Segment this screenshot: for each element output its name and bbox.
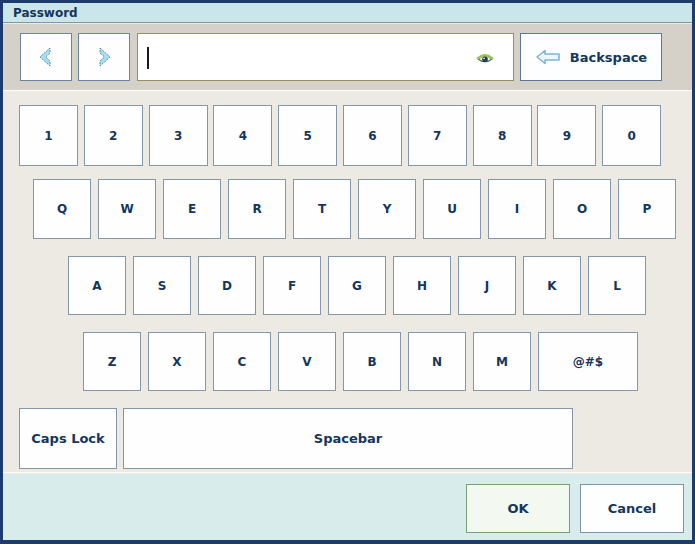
key-f[interactable]: F [263,256,321,315]
chevron-left-icon [37,46,55,68]
eye-icon[interactable] [476,52,494,65]
key-caps-lock[interactable]: Caps Lock [19,408,117,469]
titlebar: Password [3,3,692,23]
backspace-button[interactable]: Backspace [520,33,662,81]
key-2[interactable]: 2 [84,105,143,166]
key-6[interactable]: 6 [343,105,402,166]
key-0[interactable]: 0 [602,105,661,166]
key-u[interactable]: U [423,179,481,239]
backspace-label: Backspace [570,50,647,65]
key-a[interactable]: A [68,256,126,315]
key-m[interactable]: M [473,332,531,391]
key-t[interactable]: T [293,179,351,239]
key-s[interactable]: S [133,256,191,315]
key-o[interactable]: O [553,179,611,239]
footer-separator [3,472,692,473]
key-g[interactable]: G [328,256,386,315]
key-3[interactable]: 3 [149,105,208,166]
key-w[interactable]: W [98,179,156,239]
key-c[interactable]: C [213,332,271,391]
key-b[interactable]: B [343,332,401,391]
key-1[interactable]: 1 [19,105,78,166]
password-field[interactable] [137,33,514,81]
key-d[interactable]: D [198,256,256,315]
window-title: Password [13,6,78,20]
key-k[interactable]: K [523,256,581,315]
key-4[interactable]: 4 [213,105,272,166]
key-i[interactable]: I [488,179,546,239]
text-caret [147,47,149,69]
cursor-right-button[interactable] [78,33,130,81]
ok-button[interactable]: OK [466,484,570,533]
key-v[interactable]: V [278,332,336,391]
arrow-left-icon [535,48,561,66]
key-j[interactable]: J [458,256,516,315]
cursor-left-button[interactable] [20,33,72,81]
key-p[interactable]: P [618,179,676,239]
key-9[interactable]: 9 [537,105,596,166]
key-q[interactable]: Q [33,179,91,239]
key-x[interactable]: X [148,332,206,391]
key-l[interactable]: L [588,256,646,315]
chevron-right-icon [95,46,113,68]
key-8[interactable]: 8 [473,105,532,166]
key-e[interactable]: E [163,179,221,239]
cancel-button[interactable]: Cancel [580,484,684,533]
key-7[interactable]: 7 [408,105,467,166]
key-n[interactable]: N [408,332,466,391]
key-h[interactable]: H [393,256,451,315]
toolbar-separator [3,90,692,91]
password-dialog: Password Backspace Caps Lock Spacebar OK… [0,0,695,544]
key-z[interactable]: Z [83,332,141,391]
key-r[interactable]: R [228,179,286,239]
key-spacebar[interactable]: Spacebar [123,408,573,469]
key-5[interactable]: 5 [278,105,337,166]
key-y[interactable]: Y [358,179,416,239]
key-symbols[interactable]: @#$ [538,332,638,391]
